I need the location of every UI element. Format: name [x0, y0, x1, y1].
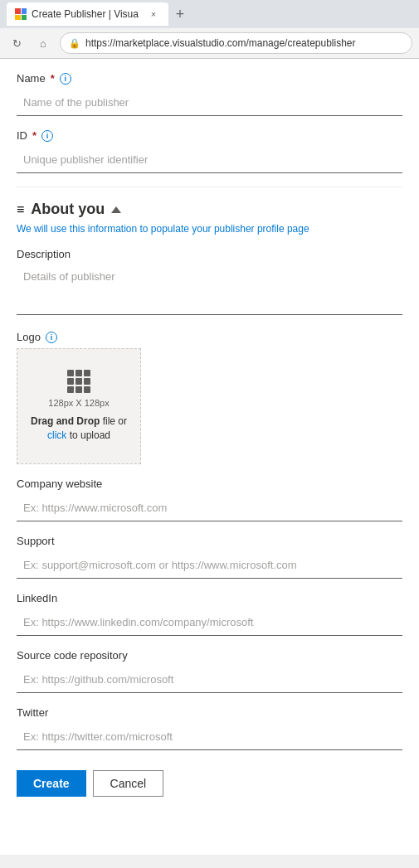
section-icon: ≡ — [17, 202, 24, 217]
tab-favicon — [15, 8, 27, 20]
linkedin-label: LinkedIn — [17, 592, 402, 604]
twitter-label: Twitter — [17, 706, 402, 719]
id-required-star: * — [32, 129, 37, 142]
company-website-section: Company website — [17, 478, 402, 521]
name-info-icon[interactable]: i — [60, 73, 71, 85]
cancel-button[interactable]: Cancel — [93, 770, 164, 797]
favicon-grid — [15, 8, 27, 20]
description-field-section: Description — [17, 248, 402, 318]
page-content: Name * i ID * i ≡ About you We will use … — [0, 59, 419, 855]
logo-click-link[interactable]: click — [47, 429, 66, 441]
tab-title: Create Publisher | Visua — [32, 8, 139, 20]
description-textarea[interactable] — [17, 265, 402, 315]
about-subtitle: We will use this information to populate… — [17, 223, 402, 235]
logo-size-text: 128px X 128px — [48, 398, 109, 408]
logo-drag-post: to upload — [66, 429, 110, 441]
id-info-icon[interactable]: i — [41, 130, 53, 142]
collapse-chevron-icon[interactable] — [111, 206, 121, 213]
create-button[interactable]: Create — [17, 770, 86, 797]
id-label: ID * i — [17, 129, 402, 142]
browser-chrome: Create Publisher | Visua × + ↻ ⌂ 🔒 https… — [0, 0, 419, 59]
address-bar: ↻ ⌂ 🔒 https://marketplace.visualstudio.c… — [0, 28, 419, 58]
twitter-input[interactable] — [17, 724, 402, 750]
tab-bar: Create Publisher | Visua × + — [0, 0, 419, 28]
refresh-button[interactable]: ↻ — [7, 33, 27, 53]
source-code-label: Source code repository — [17, 649, 402, 662]
buttons-row: Create Cancel — [17, 770, 402, 797]
home-button[interactable]: ⌂ — [33, 33, 53, 53]
name-input[interactable] — [17, 90, 402, 116]
name-label: Name * i — [17, 72, 402, 85]
description-label: Description — [17, 248, 402, 260]
name-required-star: * — [51, 72, 55, 85]
about-section-header: ≡ About you — [17, 201, 402, 218]
source-code-section: Source code repository — [17, 649, 402, 693]
lock-icon: 🔒 — [69, 38, 80, 49]
support-label: Support — [17, 535, 402, 547]
about-title: About you — [31, 201, 105, 218]
logo-drag-bold: Drag and Drop — [31, 415, 100, 427]
logo-info-icon[interactable]: i — [46, 332, 57, 343]
source-code-input[interactable] — [17, 667, 402, 693]
section-divider — [17, 187, 402, 187]
company-website-label: Company website — [17, 478, 402, 490]
name-field-section: Name * i — [17, 72, 402, 116]
about-you-section: ≡ About you We will use this information… — [17, 201, 402, 750]
id-input[interactable] — [17, 147, 402, 173]
logo-upload-area[interactable]: 128px X 128px Drag and Drop file or clic… — [17, 348, 141, 464]
id-field-section: ID * i — [17, 129, 402, 173]
logo-label: Logo i — [17, 331, 402, 343]
url-bar[interactable]: 🔒 https://marketplace.visualstudio.com/m… — [60, 32, 412, 54]
logo-drag-mid: file or — [100, 415, 127, 427]
twitter-section: Twitter — [17, 706, 402, 750]
logo-drag-text: Drag and Drop file or click to upload — [27, 415, 130, 443]
support-section: Support — [17, 535, 402, 579]
new-tab-button[interactable]: + — [168, 2, 192, 26]
close-tab-button[interactable]: × — [147, 7, 160, 21]
active-tab[interactable]: Create Publisher | Visua × — [7, 2, 168, 26]
linkedin-input[interactable] — [17, 609, 402, 636]
company-website-input[interactable] — [17, 495, 402, 521]
logo-field-section: Logo i 128px X 128px Drag and Drop file … — [17, 331, 402, 464]
support-input[interactable] — [17, 552, 402, 579]
logo-grid-icon — [67, 370, 90, 393]
linkedin-section: LinkedIn — [17, 592, 402, 636]
url-text: https://marketplace.visualstudio.com/man… — [85, 37, 356, 49]
